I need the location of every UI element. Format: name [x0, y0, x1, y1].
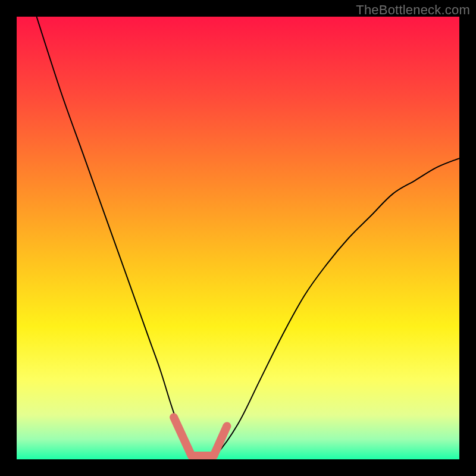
watermark-text: TheBottleneck.com: [356, 2, 470, 18]
chart-svg: [17, 17, 459, 459]
heat-gradient-bg: [17, 17, 459, 459]
plot-area: [17, 17, 459, 459]
chart-frame: TheBottleneck.com: [0, 0, 476, 476]
